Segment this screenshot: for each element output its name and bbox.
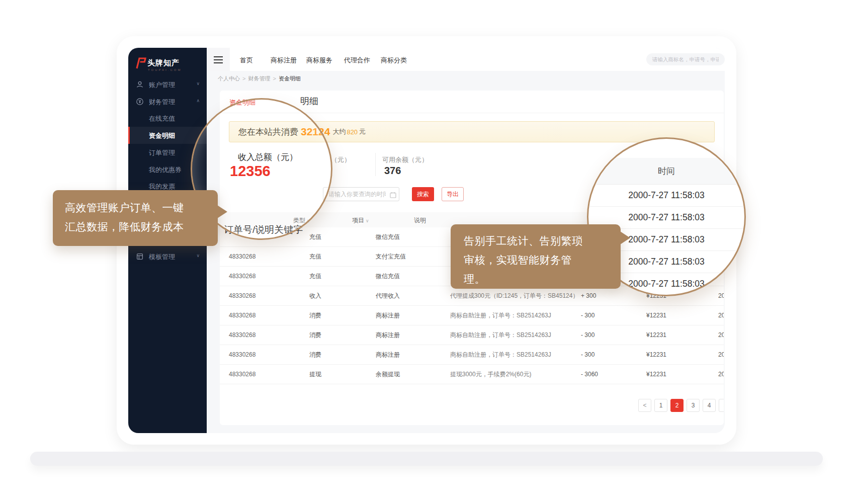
sidebar-item-label: 订单管理 [149,148,175,157]
sidebar-item-2[interactable]: 财务管理∧ [128,93,207,110]
breadcrumb-item-2[interactable]: 财务管理 [248,75,270,82]
column-header-label: 项目 [352,217,364,224]
income-total-value: 12356 [230,163,271,180]
sidebar-item-label: 资金明细 [149,131,175,140]
trademark-search-input[interactable] [646,53,725,65]
cell-project: 微信充值 [376,233,450,241]
nav-item-2[interactable]: 商标注册 [271,56,297,65]
sidebar-item-3[interactable]: 在线充值 [128,110,207,127]
page-button-4[interactable]: 4 [703,399,716,412]
available-balance-label: 可用余额（元） [382,155,428,164]
cell-balance: ¥12231 [646,371,718,378]
cell-time: 2000-7-27 11:58:03 [718,351,724,358]
page-button-2[interactable]: 2 [670,399,684,412]
tab-fragment-zoomed: 明细 [300,95,318,107]
cell-balance: ¥12231 [646,312,718,319]
laptop-base [30,452,823,466]
cell-order-no: 48330268 [229,253,309,260]
hamburger-icon[interactable] [214,56,223,65]
export-button[interactable]: 导出 [442,187,464,201]
tab-funds-detail[interactable]: 资金明细 [229,98,255,107]
sidebar-item-5[interactable]: 订单管理 [128,144,207,161]
sidebar-item-label: 财务管理 [149,98,175,107]
cell-project: 支付宝充值 [376,253,450,261]
consumption-banner: 您在本站共消费 32124 大约 820 元 [229,121,715,142]
tooltip-left: 高效管理账户订单、一键汇总数据，降低财务成本 [53,190,218,246]
sidebar-item-1[interactable]: 账户管理∨ [128,76,207,93]
cell-project: 微信充值 [376,272,450,281]
banner-prefix: 您在本站共消费 [238,126,298,138]
pagination: <12345> [638,399,724,412]
logo-title: 头牌知产 [147,58,180,68]
cell-balance: ¥12231 [646,351,718,358]
banner-unit: 元 [359,127,366,136]
nav-item-4[interactable]: 代理合作 [344,56,370,65]
cell-project: 商标注册 [376,351,450,359]
user-icon [136,80,144,90]
cell-project: 余额提现 [376,370,450,379]
calendar-icon[interactable] [390,191,396,200]
breadcrumb: 个人中心>财务管理>资金明细 [218,71,301,86]
cell-type: 消费 [309,311,376,320]
table-row: 48330268提现余额提现提现3000元，手续费2%(60元)- 3060¥1… [220,365,724,384]
cell-description: 商标自助注册，订单号：SB2514263J [450,331,581,340]
page-button-5[interactable]: 5 [719,399,724,412]
cell-amount: - 300 [581,351,646,358]
finance-icon [136,98,144,107]
sidebar-item-4[interactable]: 资金明细 [128,127,207,144]
banner-amount-small: 820 [347,128,358,136]
page-prev-button[interactable]: < [638,399,651,412]
banner-mid: 大约 [332,127,346,136]
cell-type: 充值 [309,272,376,281]
page-button-1[interactable]: 1 [654,399,667,412]
cell-amount: - 3060 [581,371,646,378]
sort-caret-icon: ∨ [307,218,310,223]
top-navbar: 首页商标注册商标服务代理合作商标分类 [207,48,725,71]
tooltip-right: 告别手工统计、告别繁琐审核，实现智能财务管理。 [451,224,621,289]
cell-amount: + 300 [581,292,646,299]
cell-order-no: 48330268 [229,292,309,299]
sidebar-item-label: 模板管理 [149,253,175,262]
cell-order-no: 48330268 [229,351,309,358]
stats-divider [375,153,376,176]
breadcrumb-item-1[interactable]: 个人中心 [218,75,240,82]
cell-order-no: 48330268 [229,273,309,280]
logo-subtitle: TOUPAI.COM [148,68,182,71]
time-range-input[interactable] [323,187,399,201]
income-total-label: 收入总额（元） [238,151,298,163]
search-button[interactable]: 搜索 [412,187,434,201]
table-row: 48330268消费商标注册商标自助注册，订单号：SB2514263J- 300… [220,306,724,325]
sort-caret-icon: ∨ [366,218,369,223]
cell-order-no: 48330268 [229,312,309,319]
breadcrumb-item-3[interactable]: 资金明细 [279,75,301,82]
order-column-header-zoomed: 订单号/说明关键字 [224,223,303,236]
cell-amount: - 300 [581,331,646,339]
cell-order-no: 48330268 [229,371,309,378]
cell-time: 2000-7-27 11:58:03 [718,331,724,339]
cell-type: 收入 [309,292,376,300]
nav-item-3[interactable]: 商标服务 [306,56,332,65]
banner-amount: 32124 [301,126,330,138]
sidebar-item-label: 我的优惠券 [149,165,182,175]
nav-item-5[interactable]: 商标分类 [381,56,407,65]
page-button-3[interactable]: 3 [687,399,700,412]
cell-description: 商标自助注册，订单号：SB2514263J [450,311,581,320]
template-icon [136,253,144,262]
column-header-2[interactable]: 项目∨ [352,216,369,225]
sidebar-item-8[interactable]: 模板管理∨ [128,248,207,265]
sidebar-item-6[interactable]: 我的优惠券 [128,161,207,178]
breadcrumb-separator: > [242,75,245,81]
tooltip-right-line: 告别手工统计、告别繁琐 [464,231,621,250]
breadcrumb-separator: > [273,75,276,81]
nav-item-1[interactable]: 首页 [240,56,253,65]
column-header-3[interactable]: 说明 [414,216,426,225]
zoomed-time-cell: 2000-7-27 11:58:03 [588,184,744,207]
chevron-down-icon: ∨ [196,253,200,258]
tabs-divider [220,113,724,113]
column-header-label: 说明 [414,217,426,224]
table-row: 48330268消费商标注册商标自助注册，订单号：SB2514263J- 300… [220,325,724,345]
cell-time: 2000-7-27 11:58:03 [718,371,724,378]
cell-project: 商标注册 [376,311,450,320]
zoomed-time-header: 时间 [588,158,744,185]
cell-type: 提现 [309,370,376,379]
